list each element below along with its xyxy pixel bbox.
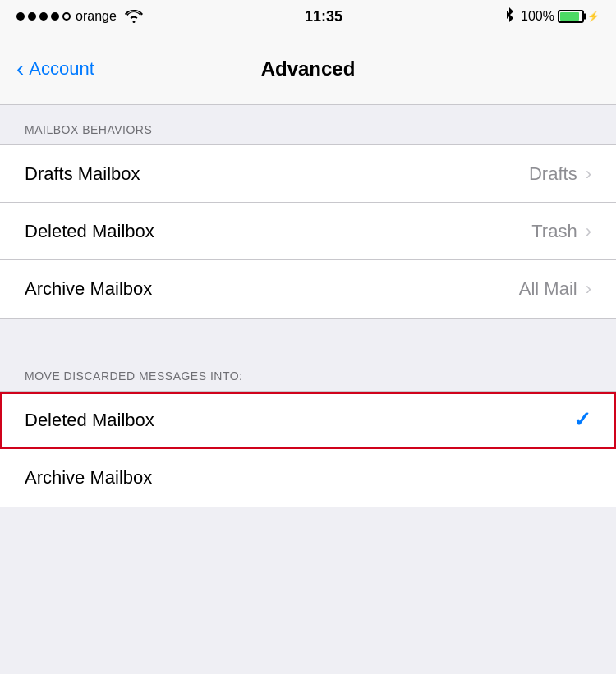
discarded-messages-section: Deleted Mailbox ✓ Archive Mailbox (0, 391, 616, 507)
signal-dot-4 (51, 12, 59, 21)
deleted-mailbox-row[interactable]: Deleted Mailbox Trash › (0, 203, 616, 260)
archive-row-right: All Mail › (519, 278, 591, 300)
deleted-value: Trash (531, 221, 577, 242)
mailbox-behaviors-header: MAILBOX BEHAVIORS (0, 105, 616, 144)
signal-dot-5 (62, 12, 71, 21)
archive-chevron-icon: › (586, 278, 591, 300)
battery-percent: 100% (521, 9, 554, 24)
deleted-chevron-icon: › (586, 221, 591, 242)
archive-mailbox-option-label: Archive Mailbox (25, 467, 152, 488)
drafts-chevron-icon: › (586, 163, 591, 185)
battery-container: 100% ⚡ (521, 9, 600, 24)
archive-value: All Mail (519, 278, 577, 300)
discarded-messages-header: MOVE DISCARDED MESSAGES INTO: (0, 351, 616, 391)
drafts-mailbox-row[interactable]: Drafts Mailbox Drafts › (0, 145, 616, 203)
carrier-label: orange (76, 9, 117, 24)
nav-title: Advanced (261, 57, 356, 80)
back-chevron-icon: ‹ (16, 57, 24, 80)
wifi-icon (125, 10, 143, 23)
back-label: Account (29, 58, 94, 80)
status-left: orange (16, 9, 143, 24)
signal-dot-3 (39, 12, 48, 21)
back-button[interactable]: ‹ Account (16, 57, 94, 80)
drafts-row-right: Drafts › (529, 163, 591, 185)
mailbox-behaviors-section: Drafts Mailbox Drafts › Deleted Mailbox … (0, 144, 616, 319)
deleted-mailbox-option-row[interactable]: Deleted Mailbox ✓ (0, 392, 616, 449)
drafts-mailbox-label: Drafts Mailbox (25, 163, 140, 185)
checkmark-icon: ✓ (573, 407, 591, 433)
archive-mailbox-label: Archive Mailbox (25, 278, 152, 300)
battery-fill (560, 12, 579, 21)
deleted-mailbox-option-label: Deleted Mailbox (25, 410, 154, 431)
navigation-bar: ‹ Account Advanced (0, 33, 616, 105)
signal-strength (16, 12, 71, 21)
signal-dot-2 (28, 12, 36, 21)
status-right: 100% ⚡ (504, 7, 600, 25)
archive-mailbox-option-row[interactable]: Archive Mailbox (0, 449, 616, 507)
bluetooth-icon (504, 7, 514, 25)
drafts-value: Drafts (529, 163, 577, 185)
section-spacer (0, 319, 616, 351)
status-bar: orange 11:35 100% ⚡ (0, 0, 616, 33)
deleted-mailbox-label: Deleted Mailbox (25, 221, 154, 242)
charging-icon: ⚡ (587, 11, 600, 22)
battery-icon (558, 10, 584, 23)
signal-dot-1 (16, 12, 25, 21)
deleted-row-right: Trash › (531, 221, 591, 242)
archive-mailbox-row[interactable]: Archive Mailbox All Mail › (0, 260, 616, 318)
status-time: 11:35 (305, 8, 342, 25)
